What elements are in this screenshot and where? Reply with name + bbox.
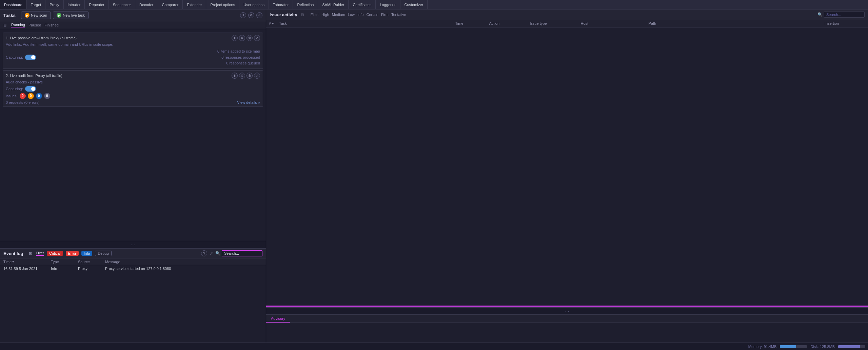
col-host: Host <box>581 21 649 26</box>
issue-badge-red: 0 <box>20 93 26 99</box>
eventlog-row-0[interactable]: 16:31:59 5 Jan 2021 Info Proxy Proxy ser… <box>0 265 266 272</box>
eventlog-title: Event log <box>3 251 23 256</box>
col-task: Task <box>279 21 455 26</box>
filter-running[interactable]: Running <box>11 23 25 27</box>
nav-item-reflection[interactable]: Reflection <box>293 0 318 9</box>
issue-table-header: # ▾ Task Time Action Issue type Host Pat… <box>266 20 868 27</box>
stat-1-1: 0 items added to site map <box>217 48 260 55</box>
task-1-toggle[interactable] <box>25 55 36 60</box>
memory-bar <box>780 345 807 348</box>
col-insertion: Insertion <box>825 21 865 26</box>
tasks-settings-button[interactable]: ⚙ <box>248 12 254 18</box>
view-details-link[interactable]: View details » <box>237 100 260 104</box>
nav-item-project-options[interactable]: Project options <box>206 0 239 9</box>
task-1-stats: 0 items added to site map 0 responses pr… <box>217 48 260 66</box>
nav-item-intruder[interactable]: Intruder <box>64 0 85 9</box>
task-2-settings-btn[interactable]: ⚙ <box>239 73 245 79</box>
eventlog-search-input[interactable] <box>222 250 262 256</box>
right-separator[interactable]: ··· <box>266 307 868 315</box>
issue-filter-firm[interactable]: Firm <box>381 13 389 17</box>
task-2-pause-btn[interactable]: ⏸ <box>232 73 238 79</box>
main-layout: Tasks ▶ New scan ▶ New live task ⏸ ⚙ ⤢ ⊟ <box>0 9 868 350</box>
issue-filter-tentative[interactable]: Tentative <box>391 13 406 17</box>
task-1-subtitle: Add links. Add item itself, same domain … <box>6 42 260 46</box>
nav-item-sequencer[interactable]: Sequencer <box>109 0 135 9</box>
tasks-section: Tasks ▶ New scan ▶ New live task ⏸ ⚙ ⤢ ⊟ <box>0 9 266 248</box>
row-message: Proxy service started on 127.0.0.1:8080 <box>105 267 262 271</box>
task-2-toggle[interactable] <box>25 86 36 92</box>
task-1-controls: ⏸ ⚙ 🗑 ⤢ <box>232 35 260 41</box>
issue-filter-high[interactable]: High <box>321 13 329 17</box>
task-1-delete-btn[interactable]: 🗑 <box>246 35 253 41</box>
eventlog-help-button[interactable]: ? <box>201 250 207 256</box>
task-2-title: 2. Live audit from Proxy (all traffic) <box>6 74 62 78</box>
task-2-delete-btn[interactable]: 🗑 <box>246 73 253 79</box>
nav-item-proxy[interactable]: Proxy <box>45 0 63 9</box>
issue-area: ··· Advisory <box>266 27 868 350</box>
memory-bar-fill <box>780 345 796 348</box>
issues-label: Issues: <box>6 94 18 98</box>
chip-info[interactable]: Info <box>81 251 92 256</box>
col-action: Action <box>489 21 530 26</box>
tasks-content: 1. Live passive crawl from Proxy (all tr… <box>0 29 266 241</box>
filter-finished[interactable]: Finished <box>44 23 59 27</box>
new-scan-button[interactable]: ▶ New scan <box>21 12 51 19</box>
issue-filter-info[interactable]: Info <box>357 13 363 17</box>
col-type[interactable]: Type <box>51 259 78 264</box>
nav-item-dashboard[interactable]: Dashboard <box>0 0 27 9</box>
capture-label-1: Capturing: <box>6 55 23 59</box>
task-2-capture: Capturing: <box>6 86 36 92</box>
nav-item-target[interactable]: Target <box>27 0 46 9</box>
issue-search-input[interactable] <box>824 12 865 18</box>
nav-item-logger[interactable]: Logger++ <box>376 0 400 9</box>
tasks-title: Tasks <box>3 13 16 18</box>
issue-filter-label[interactable]: Filter <box>311 13 319 17</box>
col-message[interactable]: Message <box>105 259 262 264</box>
tasks-separator[interactable]: ··· <box>0 241 266 248</box>
nav-item-decoder[interactable]: Decoder <box>135 0 158 9</box>
task-1-title: 1. Live passive crawl from Proxy (all tr… <box>6 36 77 40</box>
nav-item-extender[interactable]: Extender <box>183 0 206 9</box>
nav-item-certificates[interactable]: Certificates <box>349 0 376 9</box>
chip-critical[interactable]: Critical <box>47 251 63 256</box>
task-1-expand-btn[interactable]: ⤢ <box>254 35 260 41</box>
issue-filter-medium[interactable]: Medium <box>332 13 345 17</box>
nav-item-comparer[interactable]: Comparer <box>158 0 183 9</box>
issue-filter-certain[interactable]: Certain <box>366 13 378 17</box>
search-icon: 🔍 <box>215 251 220 256</box>
left-panel: Tasks ▶ New scan ▶ New live task ⏸ ⚙ ⤢ ⊟ <box>0 9 266 350</box>
row-type: Info <box>51 267 78 271</box>
eventlog-maximize-button[interactable]: ⤢ <box>209 251 214 256</box>
eventlog-search: ? ⤢ 🔍 <box>201 250 262 256</box>
eventlog-table-header: Time ▾ Type Source Message <box>0 258 266 265</box>
nav-item-saml-raider[interactable]: SAML Raider <box>318 0 349 9</box>
eventlog-header: Event log ⊟ Filter Critical Error Info D… <box>0 249 266 258</box>
chip-error[interactable]: Error <box>66 251 79 256</box>
eventlog-filter-label[interactable]: Filter <box>36 251 44 256</box>
col-source[interactable]: Source <box>78 259 105 264</box>
task-1-settings-btn[interactable]: ⚙ <box>239 35 245 41</box>
new-live-task-button[interactable]: ▶ New live task <box>53 12 88 19</box>
nav-item-taborator[interactable]: Taborator <box>269 0 293 9</box>
horizontal-dots-icon: ··· <box>131 242 135 247</box>
filter-paused[interactable]: Paused <box>28 23 41 27</box>
tasks-maximize-button[interactable]: ⤢ <box>256 12 262 18</box>
purple-divider <box>266 306 868 307</box>
filter-icon: ⊟ <box>3 23 6 27</box>
tasks-pause-button[interactable]: ⏸ <box>240 12 246 18</box>
col-path: Path <box>649 21 825 26</box>
issue-search: 🔍 <box>817 12 865 18</box>
nav-item-repeater[interactable]: Repeater <box>85 0 108 9</box>
nav-item-customizer[interactable]: Customizer <box>400 0 428 9</box>
row-time: 16:31:59 5 Jan 2021 <box>3 267 51 271</box>
task-2-header: 2. Live audit from Proxy (all traffic) ⏸… <box>6 73 260 79</box>
task-1-pause-btn[interactable]: ⏸ <box>232 35 238 41</box>
task-2-expand-btn[interactable]: ⤢ <box>254 73 260 79</box>
nav-item-user-options[interactable]: User options <box>239 0 269 9</box>
col-time: Time <box>455 21 489 26</box>
right-header: Issue activity ⊟ Filter High Medium Low … <box>266 9 868 20</box>
chip-debug[interactable]: Debug <box>95 251 111 256</box>
advisory-tab-item[interactable]: Advisory <box>266 315 290 323</box>
col-time[interactable]: Time ▾ <box>3 259 51 264</box>
issue-filter-low[interactable]: Low <box>348 13 355 17</box>
